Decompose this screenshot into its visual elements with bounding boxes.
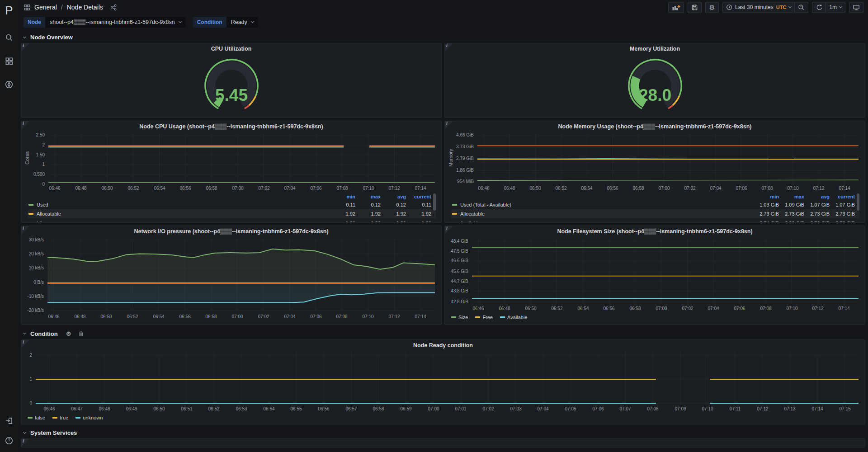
memory-utilization-gauge[interactable]: 28.0: [445, 53, 865, 117]
legend-series-name[interactable]: Allocatable: [37, 211, 61, 217]
cpu-usage-chart[interactable]: 2.5021.5010.500006:4606:4806:5006:5206:5…: [24, 131, 439, 192]
x-tick-label: 07:04: [706, 186, 726, 191]
memory-usage-chart[interactable]: 4.66 GiB3.73 GiB2.79 GiB1.86 GiB954 MiB0…: [448, 131, 862, 192]
panel-title[interactable]: Node Filesystem Size (shoot--p4▒▒▒--isma…: [445, 226, 865, 236]
filesystem-size-chart[interactable]: 48.4 GiB47.5 GiB46.6 GiB45.6 GiB44.7 GiB…: [448, 236, 862, 312]
legend-swatch: [75, 417, 80, 419]
legend-item-unknown[interactable]: unknown: [75, 415, 103, 420]
section-condition[interactable]: Condition ⚙: [18, 328, 868, 339]
panel-title[interactable]: Node CPU Usage (shoot--p4▒▒▒--ismaning-t…: [21, 121, 441, 131]
x-tick-label: 06:57: [341, 406, 361, 412]
panel-info-icon[interactable]: i: [21, 226, 30, 235]
variable-condition-value-dropdown[interactable]: Ready: [226, 17, 258, 28]
legend-stat-value: 2.80 GiB: [779, 220, 804, 221]
legend-item-Size[interactable]: Size: [451, 315, 468, 320]
panel-title[interactable]: CPU Utilization: [21, 43, 441, 53]
dashboards-icon[interactable]: [4, 56, 14, 66]
section-system-services[interactable]: System Services: [18, 427, 868, 438]
legend-header-max[interactable]: max: [779, 194, 804, 199]
legend-row: Idle1.801.801.801.80: [28, 218, 436, 221]
legend-header-min[interactable]: min: [330, 194, 355, 199]
save-dashboard-button[interactable]: [688, 2, 702, 13]
panel-title[interactable]: Network I/O pressure (shoot--p4▒▒▒--isma…: [21, 226, 441, 236]
y-tick-label: -20 kB/s: [24, 308, 44, 313]
legend-header-avg[interactable]: avg: [804, 194, 830, 199]
variable-node-value-dropdown[interactable]: shoot--p4▒▒▒--ismaning-tnbhm6-z1-597dc-9…: [45, 17, 186, 28]
x-tick-label: 06:52: [204, 406, 224, 412]
refresh-interval-picker[interactable]: 1m: [826, 2, 845, 13]
panel-info-icon[interactable]: i: [21, 438, 30, 447]
cpu_usage-plot-area[interactable]: [48, 133, 435, 184]
x-tick-label: 07:15: [835, 406, 855, 412]
legend-scrollbar[interactable]: [433, 193, 436, 211]
legend-header-current[interactable]: current: [830, 194, 855, 199]
legend-scrollbar[interactable]: [857, 193, 859, 211]
sign-in-icon[interactable]: [4, 416, 14, 426]
legend-header-max[interactable]: max: [355, 194, 381, 199]
panel-info-icon[interactable]: i: [21, 121, 30, 130]
legend-header-min[interactable]: min: [754, 194, 779, 199]
legend-header-current[interactable]: current: [406, 194, 431, 199]
refresh-button[interactable]: [812, 2, 826, 13]
legend-swatch[interactable]: [452, 213, 457, 215]
x-tick-label: 07:06: [306, 314, 326, 320]
panel-title[interactable]: Node Ready condition: [21, 340, 865, 350]
legend-item-true[interactable]: true: [52, 415, 68, 420]
legend-swatch[interactable]: [28, 204, 33, 206]
panel-node-cpu-usage: i Node CPU Usage (shoot--p4▒▒▒--ismaning…: [21, 121, 442, 223]
legend-series-name[interactable]: Idle: [37, 220, 45, 221]
legend-swatch[interactable]: [28, 213, 33, 215]
x-tick-label: 06:56: [603, 186, 623, 191]
x-tick-label: 06:48: [70, 314, 90, 320]
section-node-overview[interactable]: Node Overview: [18, 32, 868, 43]
chevron-down-icon: [251, 20, 254, 23]
panel-info-icon[interactable]: i: [444, 226, 453, 235]
chevron-down-icon: [23, 430, 26, 433]
zoom-out-button[interactable]: [795, 2, 808, 13]
legend-item-false[interactable]: false: [28, 415, 45, 420]
legend-series-name[interactable]: Available: [460, 220, 480, 221]
filesystem-plot-area[interactable]: [472, 238, 859, 305]
panel-info-icon[interactable]: i: [444, 43, 453, 52]
panel-title[interactable]: Node Memory Usage (shoot--p4▒▒▒--ismanin…: [445, 121, 865, 131]
mem_usage-plot-area[interactable]: [477, 133, 859, 184]
gear-icon: ⚙: [709, 4, 715, 11]
x-tick-label: 07:14: [807, 406, 827, 412]
cycle-view-mode-button[interactable]: [849, 2, 863, 13]
legend-series-name[interactable]: Allocatable: [460, 211, 485, 217]
legend-swatch: [451, 316, 456, 318]
legend-swatch[interactable]: [452, 204, 457, 206]
panel-title[interactable]: Memory Utilization: [445, 43, 865, 53]
row-settings-gear-icon[interactable]: ⚙: [65, 330, 72, 337]
legend-item-Available[interactable]: Available: [500, 315, 527, 320]
explore-compass-icon[interactable]: [4, 80, 14, 89]
breadcrumb-dashboard[interactable]: Node Details: [67, 4, 103, 11]
network-plot-area[interactable]: [47, 238, 435, 313]
x-tick-label: 07:14: [834, 306, 854, 311]
legend-series-name[interactable]: Used: [37, 202, 48, 207]
dashboard-settings-button[interactable]: ⚙: [705, 2, 719, 13]
legend-series-name[interactable]: Used (Total - Available): [460, 202, 511, 207]
node-ready-condition-chart[interactable]: 21006:4606:4706:4806:4906:5006:5106:5206…: [24, 350, 862, 412]
share-icon[interactable]: [109, 2, 119, 12]
x-tick-label: 07:10: [698, 406, 717, 412]
svg-text:5.45: 5.45: [215, 86, 247, 104]
network-io-chart[interactable]: 30 kB/s20 kB/s10 kB/s0 B/s-10 kB/s-20 kB…: [24, 236, 439, 320]
help-icon[interactable]: ?: [4, 436, 14, 446]
search-icon[interactable]: [4, 33, 14, 42]
cpu-utilization-gauge[interactable]: 5.45: [21, 53, 441, 117]
legend-header-avg[interactable]: avg: [381, 194, 406, 199]
add-panel-icon: [672, 4, 680, 11]
time-range-picker[interactable]: Last 30 minutes UTC: [722, 2, 795, 13]
row-delete-trash-icon[interactable]: [78, 330, 85, 337]
x-tick-label: 06:54: [149, 314, 169, 320]
panel-info-icon[interactable]: i: [21, 339, 30, 348]
panel-info-icon[interactable]: i: [21, 43, 30, 52]
add-panel-button[interactable]: [668, 2, 684, 13]
breadcrumb-folder[interactable]: General: [34, 4, 57, 11]
x-tick-label: 07:14: [835, 186, 854, 191]
legend-item-Free[interactable]: Free: [475, 315, 493, 320]
panel-info-icon[interactable]: i: [444, 121, 453, 130]
app-logo[interactable]: P: [0, 0, 18, 21]
condition-plot-area[interactable]: [36, 352, 859, 405]
